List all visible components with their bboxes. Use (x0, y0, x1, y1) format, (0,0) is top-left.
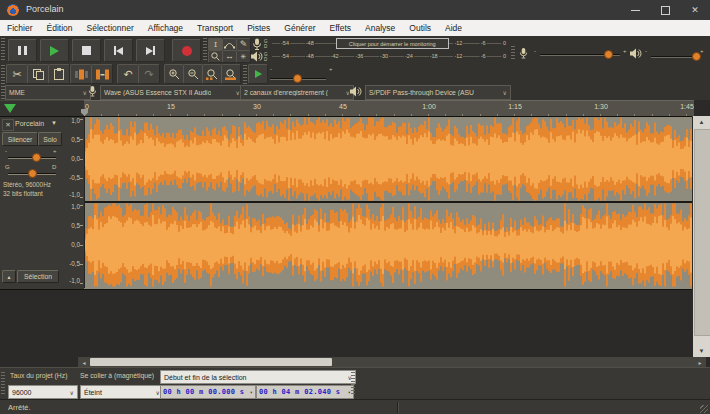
monitoring-tooltip[interactable]: Cliquer pour démarrer le monitoring (336, 38, 449, 49)
play-volume-min: - (645, 48, 647, 54)
playback-device-dropdown[interactable]: S/PDIF Pass-through Device (ASU∨ (365, 85, 511, 100)
device-speaker-icon (350, 86, 362, 97)
snap-to-dropdown[interactable]: Éteint∨ (80, 385, 164, 399)
track-select-button[interactable]: Sélection (17, 270, 59, 283)
mute-button[interactable]: Silencer (2, 132, 38, 146)
speed-knob[interactable] (293, 74, 302, 83)
pan-knob[interactable] (28, 169, 37, 178)
minimize-button[interactable] (620, 0, 650, 20)
record-volume-slider[interactable] (540, 54, 620, 56)
horizontal-scrollbar[interactable]: ◂ ▸ (78, 357, 706, 367)
zoom-out-button[interactable] (183, 64, 203, 84)
status-text: Arrêté. (8, 403, 31, 412)
copy-button[interactable] (27, 64, 49, 84)
solo-button[interactable]: Solo (38, 132, 62, 146)
stop-button[interactable] (72, 39, 101, 62)
pinned-play-head-icon[interactable] (4, 104, 16, 113)
menu-fichier[interactable]: Fichier (0, 20, 40, 36)
fit-selection-button[interactable] (202, 64, 222, 84)
menu-generer[interactable]: Générer (277, 20, 322, 36)
maximize-button[interactable] (650, 0, 680, 20)
timeshift-tool-button[interactable]: ↔ (222, 50, 237, 63)
resize-grip[interactable] (700, 405, 708, 413)
pan-left-label: G (5, 164, 10, 170)
scroll-left-icon[interactable]: ◂ (78, 357, 90, 367)
zoom-in-button[interactable] (164, 64, 184, 84)
redo-button[interactable]: ↷ (138, 64, 160, 84)
close-button[interactable]: ✕ (680, 0, 710, 20)
pause-icon (18, 46, 27, 55)
edit-toolbar-grip[interactable] (1, 65, 5, 85)
fit-project-button[interactable] (221, 64, 241, 84)
app-icon (7, 4, 19, 16)
vertical-scrollbar-thumb[interactable] (694, 129, 710, 336)
menu-transport[interactable]: Transport (190, 20, 240, 36)
menu-edition[interactable]: Édition (40, 20, 80, 36)
track-close-button[interactable]: ✕ (2, 119, 14, 131)
menu-selectionner[interactable]: Sélectionner (80, 20, 141, 36)
stop-icon (82, 46, 91, 55)
menu-pistes[interactable]: Pistes (240, 20, 277, 36)
time-toolbar-grip[interactable] (351, 372, 355, 396)
menu-analyse[interactable]: Analyse (358, 20, 402, 36)
waveform-channel-right[interactable] (84, 203, 692, 287)
collapse-icon: ▲ (7, 274, 12, 280)
record-meter[interactable]: -54 -48 -12 -6 0 Cliquer pour démarrer l… (272, 38, 508, 49)
menu-effets[interactable]: Effets (322, 20, 358, 36)
play-button[interactable] (40, 39, 69, 62)
selection-toolbar-grip[interactable] (1, 372, 5, 396)
play-meter[interactable]: -54 -48 -42 -36 -30 -24 -18 -12 -6 0 (272, 51, 508, 62)
transport-toolbar-grip[interactable] (1, 38, 5, 61)
project-rate-dropdown[interactable]: 96000∨ (8, 385, 78, 399)
track-menu-icon[interactable]: ▼ (51, 120, 57, 126)
audio-host-dropdown[interactable]: MME∨ (5, 85, 91, 100)
paste-button[interactable] (48, 64, 70, 84)
recording-device-dropdown[interactable]: Wave (ASUS Essence STX II Audio∨ (100, 85, 244, 100)
track-collapse-button[interactable]: ▲ (2, 270, 16, 283)
title-bar[interactable]: Porcelain ✕ (0, 0, 710, 20)
audacity-window: Porcelain ✕ Fichier Édition Sélectionner… (0, 0, 710, 414)
recording-channels-dropdown[interactable]: 2 canaux d'enregistrement (∨ (240, 85, 354, 100)
pause-button[interactable] (8, 39, 37, 62)
menu-affichage[interactable]: Affichage (141, 20, 190, 36)
play-volume-slider[interactable] (651, 56, 697, 58)
play-at-speed-grip[interactable] (243, 65, 247, 85)
record-volume-knob[interactable] (604, 50, 613, 59)
tools-toolbar-grip[interactable] (203, 38, 207, 61)
scroll-right-icon[interactable]: ▸ (694, 357, 706, 367)
mixer-toolbar-grip[interactable] (511, 46, 515, 61)
zoom-tool-button[interactable] (208, 50, 223, 63)
speed-slider[interactable] (270, 78, 326, 80)
horizontal-scrollbar-thumb[interactable] (90, 358, 332, 366)
minimize-icon (631, 10, 640, 11)
gain-knob[interactable] (32, 153, 41, 162)
play-icon (50, 46, 59, 56)
vertical-scale-ruler[interactable]: 1,0 0,5 0,0 -0,5 -1,0 1,0 0,5 0,0 -0,5 -… (62, 116, 85, 290)
skip-end-button[interactable] (136, 39, 165, 62)
cut-button[interactable]: ✂ (6, 64, 28, 84)
menu-outils[interactable]: Outils (402, 20, 438, 36)
chevron-down-icon: ∨ (83, 89, 87, 96)
maximize-icon (661, 6, 670, 15)
selection-start-field[interactable]: 00 h 00 m 00.000 s▾ (160, 385, 256, 399)
paste-icon (54, 68, 64, 80)
trim-audio-button[interactable] (70, 64, 92, 84)
undo-button[interactable]: ↶ (117, 64, 139, 84)
menu-aide[interactable]: Aide (438, 20, 469, 36)
skip-start-button[interactable] (104, 39, 133, 62)
close-icon: ✕ (691, 5, 699, 15)
pan-slider[interactable] (8, 173, 56, 175)
scroll-up-icon[interactable]: ▲ (693, 116, 710, 128)
multi-tool-button[interactable]: ✳ (236, 50, 251, 63)
gain-slider[interactable] (8, 157, 56, 159)
selection-end-field[interactable]: 00 h 04 m 02.040 s▾ (256, 385, 354, 399)
record-button[interactable] (172, 39, 201, 62)
play-at-speed-button[interactable] (248, 64, 268, 84)
track-name[interactable]: Porcelain (15, 120, 44, 127)
play-volume-max: + (700, 48, 704, 54)
scroll-down-icon[interactable]: ▼ (693, 345, 710, 357)
vertical-scrollbar[interactable]: ▲ ▼ (693, 116, 710, 357)
selection-mode-dropdown[interactable]: Début et fin de la sélection∨ (160, 370, 356, 384)
waveform-channel-left[interactable] (84, 117, 692, 201)
silence-audio-button[interactable] (91, 64, 113, 84)
